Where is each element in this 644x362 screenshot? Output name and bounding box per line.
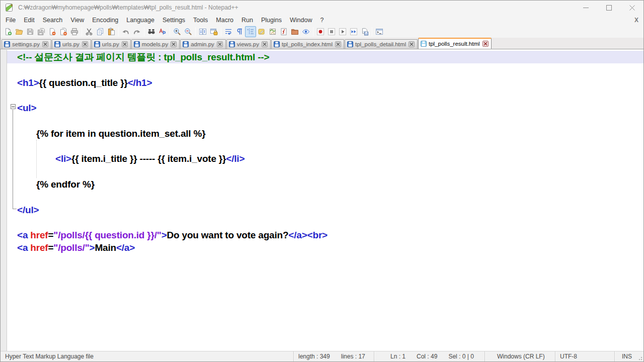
run-console-button[interactable]: [374, 26, 385, 37]
save-button[interactable]: [25, 26, 36, 37]
tab-close-icon[interactable]: [42, 41, 48, 47]
tab-tpl-polls-result-html[interactable]: tpl_polls_result.html: [418, 38, 492, 49]
sync-horizontal-scroll-button[interactable]: [208, 26, 219, 37]
tab-models-py[interactable]: models.py: [131, 39, 180, 49]
tab-close-icon[interactable]: [409, 41, 415, 47]
copy-button[interactable]: [95, 26, 106, 37]
paste-button[interactable]: [106, 26, 117, 37]
code-line-1[interactable]: <!-- 설문조사 결과 페이지 템플릿 : tpl_polls_result.…: [7, 51, 643, 63]
tab-close-icon[interactable]: [335, 41, 341, 47]
code-line-15[interactable]: <a href="/polls/{{ question.id }}/">Do y…: [7, 229, 643, 241]
macro-run-multiple-button[interactable]: [348, 26, 359, 37]
menu-settings[interactable]: Settings: [158, 16, 189, 25]
monitoring-button[interactable]: [300, 26, 311, 37]
tab-close-icon[interactable]: [82, 41, 88, 47]
menu-window[interactable]: Window: [286, 16, 316, 25]
open-file-button[interactable]: [14, 26, 25, 37]
tab-label: models.py: [142, 41, 168, 47]
zoom-out-button[interactable]: [183, 26, 194, 37]
indentation-guide: [36, 140, 37, 178]
find-button[interactable]: [146, 26, 157, 37]
bookmark-margin[interactable]: [1, 50, 7, 351]
fold-collapse-marker[interactable]: [11, 104, 16, 109]
show-all-characters-button[interactable]: [234, 26, 245, 37]
notepad-plus-plus-icon: [5, 3, 14, 12]
macro-play-button[interactable]: [337, 26, 348, 37]
tab-close-icon[interactable]: [482, 41, 489, 47]
maximize-button[interactable]: [597, 1, 620, 15]
editor[interactable]: <!-- 설문조사 결과 페이지 템플릿 : tpl_polls_result.…: [1, 50, 643, 351]
tab-tpl-polls-detail-html[interactable]: tpl_polls_detail.html: [345, 39, 418, 49]
code-line-5[interactable]: <ul>: [7, 102, 643, 114]
print-button[interactable]: [69, 26, 80, 37]
menu-search[interactable]: Search: [39, 16, 67, 25]
code-line-12[interactable]: [7, 191, 643, 203]
cut-button[interactable]: [84, 26, 95, 37]
code-line-14[interactable]: [7, 216, 643, 229]
macro-save-button[interactable]: [359, 26, 370, 37]
menu-plugins[interactable]: Plugins: [257, 16, 286, 25]
undo-button[interactable]: [120, 26, 131, 37]
code-line-16[interactable]: <a href="/polls/">Main</a>: [7, 241, 643, 254]
code-line-11[interactable]: {% endfor %}: [7, 178, 643, 191]
fold-line-end: [13, 199, 17, 209]
document-map-button[interactable]: [267, 26, 278, 37]
tab-urls-py[interactable]: urls.py: [92, 39, 131, 49]
save-all-button[interactable]: [36, 26, 47, 37]
minimize-button[interactable]: [574, 1, 597, 15]
menu-macro[interactable]: Macro: [212, 16, 237, 25]
toolbar-separator: [144, 27, 144, 36]
replace-button[interactable]: [157, 26, 168, 37]
tab-close-icon[interactable]: [171, 41, 177, 47]
word-wrap-button[interactable]: [223, 26, 234, 37]
sync-vertical-scroll-button[interactable]: [197, 26, 208, 37]
macro-record-button[interactable]: [315, 26, 326, 37]
resize-grip[interactable]: [636, 351, 643, 361]
menu-edit[interactable]: Edit: [20, 16, 39, 25]
code-area[interactable]: <!-- 설문조사 결과 페이지 템플릿 : tpl_polls_result.…: [7, 51, 643, 267]
menu-view[interactable]: View: [66, 16, 88, 25]
define-language-button[interactable]: [256, 26, 267, 37]
show-indent-guide-button[interactable]: [245, 26, 256, 37]
saved-file-icon: [54, 41, 60, 47]
status-selection: Sel : 0 | 0: [448, 353, 473, 360]
status-insert-mode[interactable]: INS: [614, 351, 636, 361]
code-line-13[interactable]: </ul>: [7, 204, 643, 216]
tab-close-icon[interactable]: [122, 41, 128, 47]
code-line-10[interactable]: [7, 165, 643, 178]
tab-close-icon[interactable]: [217, 41, 223, 47]
folder-as-workspace-button[interactable]: [289, 26, 300, 37]
status-encoding[interactable]: UTF-8: [555, 351, 614, 361]
tab-close-icon[interactable]: [262, 41, 268, 47]
code-line-6[interactable]: [7, 114, 643, 127]
code-line-8[interactable]: [7, 140, 643, 152]
close-button[interactable]: [620, 1, 643, 15]
macro-stop-button[interactable]: [326, 26, 337, 37]
new-file-button[interactable]: [3, 26, 14, 37]
menu-help[interactable]: ?: [316, 16, 328, 25]
menu-file[interactable]: File: [2, 16, 20, 25]
code-line-17[interactable]: [7, 254, 643, 267]
menu-encoding[interactable]: Encoding: [88, 16, 122, 25]
close-button[interactable]: [47, 26, 58, 37]
menu-language[interactable]: Language: [122, 16, 158, 25]
code-line-2[interactable]: [7, 63, 643, 76]
tab-urls-py[interactable]: urls.py: [52, 39, 91, 49]
zoom-in-button[interactable]: [172, 26, 183, 37]
tab-views-py[interactable]: views.py: [226, 39, 271, 49]
close-document-x-button[interactable]: X: [629, 17, 643, 24]
code-line-4[interactable]: [7, 89, 643, 102]
tab-admin-py[interactable]: admin.py: [180, 39, 226, 49]
status-eol-format[interactable]: Windows (CR LF): [485, 351, 555, 361]
code-line-3[interactable]: <h1>{{ question.q_title }}</h1>: [7, 76, 643, 89]
menu-run[interactable]: Run: [237, 16, 257, 25]
tab-settings-py[interactable]: settings.py: [2, 39, 51, 49]
tab-tpl-polls-index-html[interactable]: tpl_polls_index.html: [271, 39, 344, 49]
code-line-7[interactable]: {% for item in question.item_set.all %}: [7, 127, 643, 140]
code-line-9[interactable]: <li>{{ item.i_title }} ----- {{ item.i_v…: [7, 152, 643, 165]
close-all-button[interactable]: [58, 26, 69, 37]
function-list-button[interactable]: [278, 26, 289, 37]
saved-file-icon: [4, 41, 10, 47]
menu-tools[interactable]: Tools: [189, 16, 212, 25]
redo-button[interactable]: [131, 26, 142, 37]
